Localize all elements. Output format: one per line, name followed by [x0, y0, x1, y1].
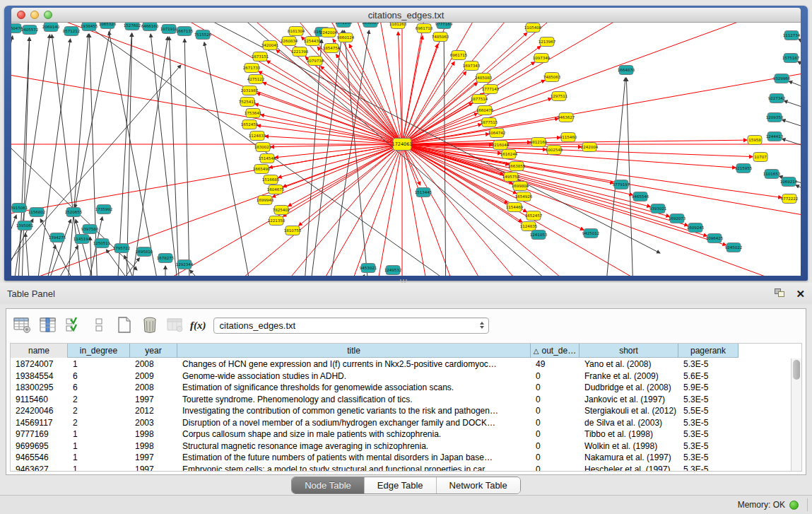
graph-node[interactable]: 9465546 [632, 192, 649, 201]
graph-node[interactable]: 1156802 [28, 208, 46, 217]
graph-node[interactable]: 7825402 [273, 206, 290, 215]
table-row[interactable]: 1456911722003Disruption of a novel membe… [11, 417, 791, 429]
graph-node[interactable]: 8571212 [63, 27, 81, 36]
graph-node[interactable]: 1145194 [73, 235, 91, 244]
graph-node[interactable]: 1575187 [782, 54, 800, 63]
graph-node[interactable]: 8181304 [288, 27, 305, 36]
table-row[interactable]: 1938455462009Genome-wide association stu… [11, 370, 791, 382]
graph-node[interactable]: 1830029 [362, 23, 379, 28]
table-row[interactable]: 1872400712008Changes of HCN gene express… [11, 358, 791, 370]
graph-node[interactable]: 1079734 [307, 57, 324, 66]
graph-node[interactable]: 1394275 [49, 233, 66, 243]
column-header-year[interactable]: year [130, 344, 177, 358]
graph-node[interactable]: 1604675 [267, 185, 285, 194]
delete-table-icon[interactable] [165, 315, 186, 336]
graph-node[interactable]: 1873151 [252, 52, 269, 62]
graph-node[interactable]: 6772222 [781, 194, 799, 204]
graph-node[interactable]: 10707 [753, 153, 767, 162]
network-canvas[interactable]: 1660476240557220691408571212193845510653… [11, 23, 801, 276]
tab-node-table[interactable]: Node Table [292, 477, 365, 493]
table-row[interactable]: 969969511998Structural magnetic resonanc… [11, 440, 791, 452]
graph-node[interactable]: 2405572 [21, 25, 39, 35]
graph-node[interactable]: 2485083 [475, 74, 493, 83]
graph-node[interactable]: 1209358 [766, 113, 784, 122]
graph-node[interactable]: 9115460 [560, 133, 577, 142]
graph-node[interactable]: 1096425 [706, 234, 724, 243]
column-header-out_de[interactable]: △out_de… [531, 344, 579, 358]
graph-node[interactable]: 1667135 [176, 27, 194, 36]
graph-node[interactable]: 1069216 [780, 177, 798, 187]
graph-node[interactable]: 4275122 [247, 75, 265, 84]
table-row[interactable]: 911546021997Tourette syndrome. Phenomeno… [11, 394, 791, 406]
graph-node[interactable]: 1699804 [512, 182, 529, 191]
graph-node[interactable]: 1213967 [539, 37, 556, 47]
graph-node[interactable]: 1753641 [245, 109, 262, 118]
graph-node[interactable]: 1663855 [508, 162, 526, 171]
select-column-icon[interactable] [37, 315, 59, 336]
graph-node[interactable]: 3915061 [11, 204, 28, 213]
graph-node[interactable]: 9397588 [81, 225, 99, 234]
scrollbar-thumb[interactable] [793, 360, 800, 380]
show-all-columns-icon[interactable] [63, 315, 84, 336]
graph-node[interactable]: 1735992 [95, 205, 113, 214]
graph-node[interactable]: 7515526 [194, 30, 212, 40]
graph-node[interactable]: 1527602 [124, 23, 141, 30]
column-header-name[interactable]: name [11, 344, 68, 358]
graph-node[interactable]: 1652457 [525, 211, 543, 221]
graph-node[interactable]: 9812160 [530, 138, 548, 147]
graph-node[interactable]: 1665490 [253, 165, 271, 174]
graph-node[interactable]: 1065328 [99, 23, 117, 29]
minimize-button[interactable] [30, 11, 39, 19]
graph-node[interactable]: 3216044 [492, 141, 510, 150]
column-header-title[interactable]: title [177, 344, 531, 358]
graph-node[interactable]: 15958 [748, 136, 762, 145]
table-mode-icon[interactable] [12, 315, 33, 336]
table-vertical-scrollbar[interactable] [791, 358, 801, 471]
graph-node[interactable]: 9329966 [773, 74, 791, 83]
graph-node[interactable]: 9215955 [735, 164, 753, 173]
graph-node[interactable]: 1877514 [471, 95, 488, 104]
graph-node[interactable]: 6466160 [141, 23, 159, 31]
graph-node[interactable]: 9777169 [435, 23, 453, 29]
graph-node[interactable]: 1660476 [476, 106, 494, 115]
graph-node[interactable]: 1105408 [524, 23, 542, 33]
graph-node[interactable]: 1097349 [533, 54, 551, 63]
graph-node[interactable]: 7485063 [432, 33, 449, 42]
graph-node[interactable]: 2031987 [241, 86, 259, 95]
table-row[interactable]: 1830029562008Estimation of significance … [11, 382, 791, 394]
zoom-button[interactable] [44, 11, 52, 19]
float-panel-icon[interactable] [775, 288, 786, 298]
graph-node[interactable]: 1695810 [136, 247, 153, 257]
graph-node[interactable]: 1154469 [506, 203, 524, 212]
graph-node[interactable]: 1795722 [113, 244, 131, 253]
graph-node[interactable]: 9425012 [582, 229, 600, 238]
graph-node[interactable]: 9453021 [360, 264, 377, 273]
graph-node[interactable]: 1250511 [93, 239, 111, 248]
graph-node[interactable]: 1699948 [257, 196, 274, 205]
graph-node[interactable]: 1244413 [766, 132, 784, 141]
graph-node[interactable]: 1249532 [384, 266, 402, 275]
window-titlebar[interactable]: citations_edges.txt [11, 8, 801, 23]
graph-node[interactable]: 1002548 [546, 146, 563, 155]
table-row[interactable]: 2242004622012Investigating the contribut… [11, 405, 791, 417]
tab-edge-table[interactable]: Edge Table [365, 477, 437, 493]
graph-node[interactable]: 9860124 [337, 33, 355, 42]
hide-all-columns-icon[interactable] [88, 315, 110, 336]
graph-node[interactable]: 1181263 [389, 23, 407, 29]
graph-node[interactable]: 1810755 [284, 226, 302, 235]
graph-node[interactable]: 1395061 [16, 221, 34, 230]
graph-node[interactable]: 2671733 [243, 64, 261, 73]
graph-node[interactable]: 1513445 [415, 188, 433, 197]
graph-node[interactable]: 8779197 [613, 180, 630, 189]
graph-node[interactable]: 1877515 [481, 118, 498, 127]
table-row[interactable]: 946554611997Estimation of the future num… [11, 452, 791, 464]
graph-node[interactable]: 1572268 [335, 23, 353, 28]
graph-node[interactable]: 1664878 [618, 66, 635, 75]
graph-node[interactable]: 1616244 [500, 150, 518, 159]
memory-status[interactable]: Memory: OK [738, 500, 799, 510]
graph-node[interactable]: 6961715 [450, 51, 468, 60]
graph-node[interactable]: 1854754 [323, 44, 341, 53]
graph-node[interactable]: 1938455 [81, 23, 98, 31]
graph-node[interactable]: 1292344 [176, 260, 194, 269]
graph-node[interactable]: 1254439 [304, 37, 322, 46]
